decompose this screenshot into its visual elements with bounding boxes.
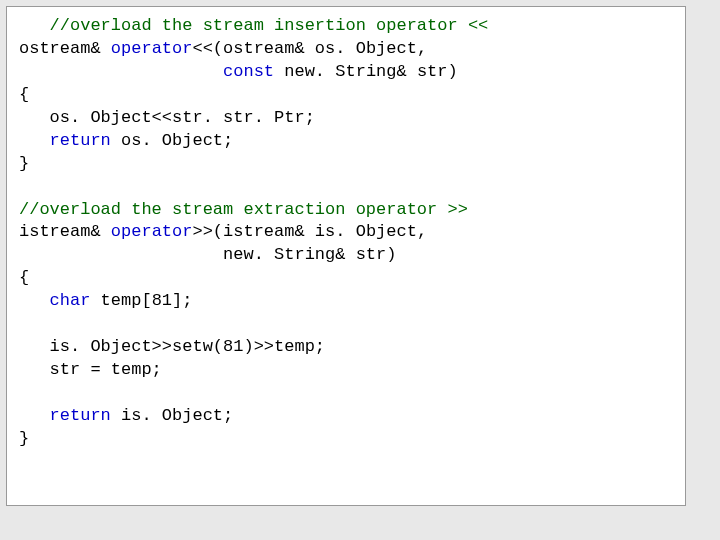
text: ostream& <box>19 39 111 58</box>
keyword-return: return <box>50 131 111 150</box>
text: istream& <box>19 222 111 241</box>
indent <box>19 291 50 310</box>
text: is. Object; <box>111 406 233 425</box>
code-slide: //overload the stream insertion operator… <box>6 6 686 506</box>
stmt: is. Object>>setw(81)>>temp; <box>19 337 325 356</box>
stmt: os. Object<<str. str. Ptr; <box>19 108 315 127</box>
indent <box>19 131 50 150</box>
text: <<(ostream& os. Object, <box>192 39 427 58</box>
text: os. Object; <box>111 131 233 150</box>
indent <box>19 16 50 35</box>
keyword-return: return <box>50 406 111 425</box>
text: new. String& str) <box>19 245 396 264</box>
keyword-operator: operator <box>111 39 193 58</box>
text: temp[81]; <box>90 291 192 310</box>
comment-insertion: //overload the stream insertion operator… <box>50 16 489 35</box>
keyword-operator: operator <box>111 222 193 241</box>
brace-open: { <box>19 85 29 104</box>
text: >>(istream& is. Object, <box>192 222 427 241</box>
indent <box>19 406 50 425</box>
stmt: str = temp; <box>19 360 162 379</box>
brace-close: } <box>19 429 29 448</box>
comment-extraction: //overload the stream extraction operato… <box>19 200 468 219</box>
keyword-const: const <box>223 62 274 81</box>
indent <box>19 62 223 81</box>
brace-close: } <box>19 154 29 173</box>
brace-open: { <box>19 268 29 287</box>
keyword-char: char <box>50 291 91 310</box>
text: new. String& str) <box>274 62 458 81</box>
